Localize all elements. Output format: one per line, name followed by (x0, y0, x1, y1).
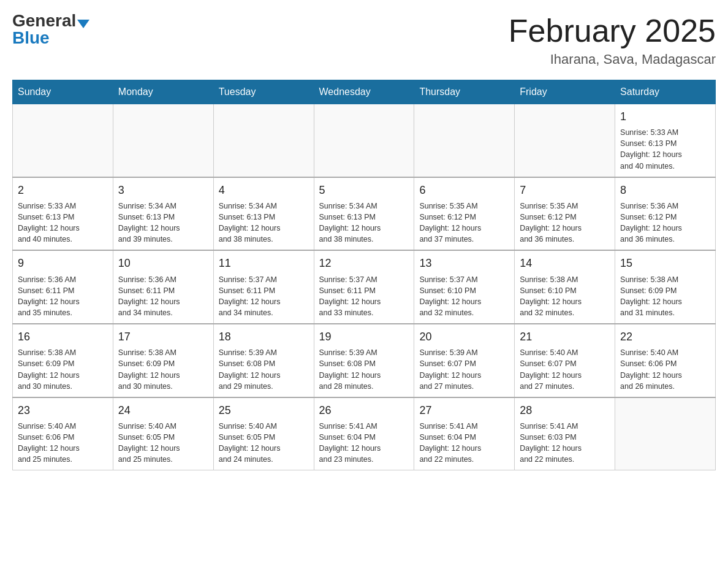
day-number: 10 (118, 256, 208, 271)
calendar-day-cell: 14Sunrise: 5:38 AMSunset: 6:10 PMDayligh… (515, 250, 615, 324)
day-number: 19 (319, 329, 409, 345)
calendar-week-row: 16Sunrise: 5:38 AMSunset: 6:09 PMDayligh… (13, 324, 716, 397)
calendar-header-row: SundayMondayTuesdayWednesdayThursdayFrid… (13, 80, 716, 104)
calendar-day-cell (515, 104, 615, 177)
calendar-day-cell: 24Sunrise: 5:40 AMSunset: 6:05 PMDayligh… (113, 397, 213, 470)
day-number: 14 (520, 256, 610, 271)
day-number: 4 (219, 183, 309, 198)
calendar-day-cell (213, 104, 314, 177)
day-info: Sunrise: 5:35 AMSunset: 6:12 PMDaylight:… (419, 201, 509, 245)
calendar-day-cell: 1Sunrise: 5:33 AMSunset: 6:13 PMDaylight… (615, 104, 716, 177)
day-of-week-header: Sunday (13, 80, 113, 104)
day-number: 22 (620, 329, 710, 345)
day-number: 8 (620, 183, 710, 198)
day-of-week-header: Wednesday (314, 80, 414, 104)
day-number: 13 (419, 256, 509, 271)
calendar-day-cell: 12Sunrise: 5:37 AMSunset: 6:11 PMDayligh… (314, 250, 414, 324)
day-info: Sunrise: 5:40 AMSunset: 6:05 PMDaylight:… (219, 421, 309, 465)
day-number: 27 (419, 403, 509, 418)
calendar-day-cell: 9Sunrise: 5:36 AMSunset: 6:11 PMDaylight… (13, 250, 113, 324)
day-number: 26 (319, 403, 409, 418)
day-info: Sunrise: 5:36 AMSunset: 6:11 PMDaylight:… (118, 274, 208, 319)
day-of-week-header: Monday (113, 80, 213, 104)
calendar-day-cell: 3Sunrise: 5:34 AMSunset: 6:13 PMDaylight… (113, 177, 213, 251)
logo-blue-text: Blue (12, 29, 50, 47)
logo-general-text: General (12, 11, 76, 30)
day-number: 9 (18, 256, 108, 271)
day-info: Sunrise: 5:37 AMSunset: 6:11 PMDaylight:… (319, 274, 409, 319)
calendar-day-cell: 10Sunrise: 5:36 AMSunset: 6:11 PMDayligh… (113, 250, 213, 324)
calendar-day-cell (615, 397, 716, 470)
calendar-day-cell (13, 104, 113, 177)
day-number: 15 (620, 256, 710, 271)
calendar-day-cell: 26Sunrise: 5:41 AMSunset: 6:04 PMDayligh… (314, 397, 414, 470)
day-number: 1 (620, 109, 710, 124)
calendar-day-cell: 16Sunrise: 5:38 AMSunset: 6:09 PMDayligh… (13, 324, 113, 397)
calendar-week-row: 9Sunrise: 5:36 AMSunset: 6:11 PMDaylight… (13, 250, 716, 324)
day-info: Sunrise: 5:40 AMSunset: 6:06 PMDaylight:… (620, 347, 710, 392)
day-info: Sunrise: 5:38 AMSunset: 6:09 PMDaylight:… (18, 347, 108, 392)
day-info: Sunrise: 5:41 AMSunset: 6:04 PMDaylight:… (419, 421, 509, 465)
calendar-day-cell: 28Sunrise: 5:41 AMSunset: 6:03 PMDayligh… (515, 397, 615, 470)
day-info: Sunrise: 5:38 AMSunset: 6:09 PMDaylight:… (118, 347, 208, 392)
calendar-day-cell: 2Sunrise: 5:33 AMSunset: 6:13 PMDaylight… (13, 177, 113, 251)
day-info: Sunrise: 5:33 AMSunset: 6:13 PMDaylight:… (18, 201, 108, 245)
day-of-week-header: Thursday (414, 80, 515, 104)
calendar-day-cell: 20Sunrise: 5:39 AMSunset: 6:07 PMDayligh… (414, 324, 515, 397)
day-of-week-header: Friday (515, 80, 615, 104)
month-title: February 2025 (509, 12, 716, 49)
calendar-day-cell: 5Sunrise: 5:34 AMSunset: 6:13 PMDaylight… (314, 177, 414, 251)
day-number: 3 (118, 183, 208, 198)
calendar-table: SundayMondayTuesdayWednesdayThursdayFrid… (12, 80, 716, 470)
calendar-day-cell: 19Sunrise: 5:39 AMSunset: 6:08 PMDayligh… (314, 324, 414, 397)
day-number: 21 (520, 329, 610, 345)
logo-top-line: General (12, 12, 89, 29)
calendar-day-cell (314, 104, 414, 177)
calendar-day-cell: 11Sunrise: 5:37 AMSunset: 6:11 PMDayligh… (213, 250, 314, 324)
calendar-week-row: 2Sunrise: 5:33 AMSunset: 6:13 PMDaylight… (13, 177, 716, 251)
day-info: Sunrise: 5:39 AMSunset: 6:08 PMDaylight:… (219, 347, 309, 392)
logo: General Blue (12, 12, 89, 47)
day-number: 17 (118, 329, 208, 345)
day-info: Sunrise: 5:38 AMSunset: 6:09 PMDaylight:… (620, 274, 710, 319)
day-number: 28 (520, 403, 610, 418)
day-info: Sunrise: 5:36 AMSunset: 6:12 PMDaylight:… (620, 201, 710, 245)
day-info: Sunrise: 5:37 AMSunset: 6:10 PMDaylight:… (419, 274, 509, 319)
day-info: Sunrise: 5:40 AMSunset: 6:07 PMDaylight:… (520, 347, 610, 392)
calendar-day-cell: 22Sunrise: 5:40 AMSunset: 6:06 PMDayligh… (615, 324, 716, 397)
day-info: Sunrise: 5:38 AMSunset: 6:10 PMDaylight:… (520, 274, 610, 319)
calendar-day-cell: 13Sunrise: 5:37 AMSunset: 6:10 PMDayligh… (414, 250, 515, 324)
day-number: 23 (18, 403, 108, 418)
day-number: 24 (118, 403, 208, 418)
day-number: 12 (319, 256, 409, 271)
day-info: Sunrise: 5:39 AMSunset: 6:07 PMDaylight:… (419, 347, 509, 392)
calendar-day-cell: 8Sunrise: 5:36 AMSunset: 6:12 PMDaylight… (615, 177, 716, 251)
calendar-day-cell: 15Sunrise: 5:38 AMSunset: 6:09 PMDayligh… (615, 250, 716, 324)
day-number: 20 (419, 329, 509, 345)
calendar-day-cell (414, 104, 515, 177)
day-info: Sunrise: 5:34 AMSunset: 6:13 PMDaylight:… (319, 201, 409, 245)
day-info: Sunrise: 5:34 AMSunset: 6:13 PMDaylight:… (219, 201, 309, 245)
logo-arrow-icon (77, 20, 89, 28)
day-number: 18 (219, 329, 309, 345)
day-info: Sunrise: 5:40 AMSunset: 6:05 PMDaylight:… (118, 421, 208, 465)
day-info: Sunrise: 5:39 AMSunset: 6:08 PMDaylight:… (319, 347, 409, 392)
day-number: 7 (520, 183, 610, 198)
day-number: 11 (219, 256, 309, 271)
day-info: Sunrise: 5:41 AMSunset: 6:04 PMDaylight:… (319, 421, 409, 465)
day-number: 25 (219, 403, 309, 418)
calendar-day-cell: 27Sunrise: 5:41 AMSunset: 6:04 PMDayligh… (414, 397, 515, 470)
day-info: Sunrise: 5:40 AMSunset: 6:06 PMDaylight:… (18, 421, 108, 465)
calendar-day-cell: 17Sunrise: 5:38 AMSunset: 6:09 PMDayligh… (113, 324, 213, 397)
day-info: Sunrise: 5:36 AMSunset: 6:11 PMDaylight:… (18, 274, 108, 319)
calendar-day-cell: 4Sunrise: 5:34 AMSunset: 6:13 PMDaylight… (213, 177, 314, 251)
calendar-week-row: 23Sunrise: 5:40 AMSunset: 6:06 PMDayligh… (13, 397, 716, 470)
day-info: Sunrise: 5:34 AMSunset: 6:13 PMDaylight:… (118, 201, 208, 245)
day-info: Sunrise: 5:41 AMSunset: 6:03 PMDaylight:… (520, 421, 610, 465)
page-header: General Blue February 2025 Iharana, Sava… (12, 12, 716, 67)
calendar-day-cell: 25Sunrise: 5:40 AMSunset: 6:05 PMDayligh… (213, 397, 314, 470)
day-info: Sunrise: 5:37 AMSunset: 6:11 PMDaylight:… (219, 274, 309, 319)
day-of-week-header: Tuesday (213, 80, 314, 104)
day-info: Sunrise: 5:33 AMSunset: 6:13 PMDaylight:… (620, 127, 710, 172)
calendar-day-cell: 23Sunrise: 5:40 AMSunset: 6:06 PMDayligh… (13, 397, 113, 470)
